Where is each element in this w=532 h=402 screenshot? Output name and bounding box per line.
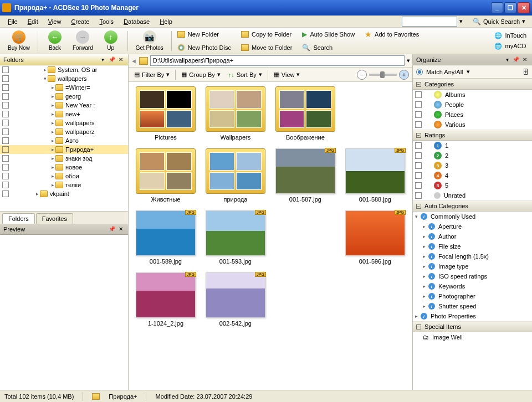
buynow-button[interactable]: 🛒Buy Now (3, 29, 34, 52)
db-icon[interactable]: 🗄 (523, 69, 529, 75)
panel-close-button[interactable]: ✕ (521, 56, 529, 64)
section-header[interactable]: −Ratings (413, 130, 532, 141)
checkbox[interactable] (2, 111, 9, 117)
checkbox[interactable] (2, 84, 9, 91)
tree-item[interactable]: ▸ знаки зод (0, 154, 128, 163)
checkbox[interactable] (2, 146, 9, 153)
auto-category-item[interactable]: ▸ i Image type (413, 261, 532, 271)
expander-icon[interactable]: ▸ (50, 111, 55, 117)
collapse-icon[interactable]: − (416, 204, 421, 209)
checkbox[interactable] (415, 182, 422, 189)
checkbox[interactable] (415, 172, 422, 179)
collapse-icon[interactable]: − (416, 324, 421, 329)
auto-category-item[interactable]: ▸ i Shutter speed (413, 301, 532, 311)
rating-item[interactable]: 5 5 (413, 181, 532, 190)
checkbox[interactable] (2, 93, 9, 100)
address-input[interactable]: D:\Utils\wallpapers\Природа+ (150, 55, 405, 66)
view-button[interactable]: ▦View▾ (272, 70, 303, 79)
menu-tools[interactable]: Tools (95, 17, 118, 26)
rating-item[interactable]: 3 3 (413, 161, 532, 171)
tree-item[interactable]: ▾ wallpapers (0, 74, 128, 83)
auto-category-item[interactable]: ▸ i Keywords (413, 281, 532, 291)
back-button[interactable]: ←Back (42, 29, 68, 52)
match-label[interactable]: Match Any/All (426, 69, 463, 75)
collapse-icon[interactable]: − (416, 82, 421, 87)
tree-item[interactable]: ▸ обои (0, 172, 128, 181)
checkbox[interactable] (2, 120, 9, 126)
thumbnail[interactable]: Животные (133, 148, 198, 203)
tree-item[interactable]: ▸ new+ (0, 110, 128, 118)
checkbox[interactable] (415, 121, 422, 128)
tab-folders[interactable]: Folders (2, 213, 35, 224)
auto-category-item[interactable]: ▸ i ISO speed ratings (413, 271, 532, 281)
thumbnail[interactable]: JPG 001-587.jpg (273, 148, 338, 203)
auto-category-item[interactable]: ▸ i Aperture (413, 221, 532, 231)
expander-icon[interactable]: ▸ (50, 120, 55, 126)
expander-icon[interactable]: ▸ (50, 173, 55, 179)
thumbnail[interactable]: JPG 001-588.jpg (342, 148, 408, 203)
category-item[interactable]: People (413, 100, 532, 110)
tree-item[interactable]: ▸ Природа+ (0, 145, 128, 154)
thumbnail[interactable]: JPG 002-542.jpg (203, 272, 268, 327)
dropdown-icon[interactable]: ▾ (407, 57, 410, 64)
menu-create[interactable]: Create (66, 17, 94, 26)
thumbnail[interactable]: Wallpapers (203, 86, 268, 141)
checkbox[interactable] (2, 66, 9, 73)
zoom-out-button[interactable]: − (357, 70, 367, 80)
folder-tree[interactable]: ▸ System, OS ar ▾ wallpapers ▸ =Winter= … (0, 65, 128, 212)
section-header[interactable]: −Auto Categories (413, 200, 532, 212)
thumbnail[interactable]: Воображение (273, 86, 338, 141)
expander-icon[interactable]: ▸ (42, 67, 48, 73)
thumbnail-area[interactable]: Pictures Wallpapers Воображение Животные… (129, 82, 412, 390)
expander-icon[interactable]: ▸ (50, 94, 55, 99)
expander-icon[interactable]: ▸ (50, 129, 55, 135)
expander-icon[interactable]: ▾ (42, 76, 48, 81)
tree-item[interactable]: ▸ wallpapers (0, 118, 128, 127)
auto-category-item[interactable]: ▸ i Focal length (1.5x) (413, 251, 532, 261)
maximize-button[interactable]: ❐ (504, 2, 516, 13)
category-item[interactable]: Places (413, 110, 532, 120)
checkbox[interactable] (2, 164, 9, 171)
checkbox[interactable] (415, 192, 422, 199)
filterby-button[interactable]: ▤Filter By▾ (132, 70, 172, 79)
checkbox[interactable] (2, 75, 9, 82)
thumbnail[interactable]: природа (203, 148, 268, 203)
checkbox[interactable] (2, 128, 9, 135)
panel-close-button[interactable]: ✕ (117, 56, 125, 64)
search-button[interactable]: 🔍Search (300, 42, 357, 54)
copytofolder-button[interactable]: Copy to Folder (239, 28, 294, 40)
tree-item[interactable]: ▸ Авто (0, 136, 128, 145)
expander-icon[interactable]: ▸ (50, 138, 55, 143)
zoom-in-button[interactable]: + (399, 70, 409, 80)
checkbox[interactable] (415, 101, 422, 108)
checkbox[interactable] (415, 152, 422, 159)
tab-favorites[interactable]: Favorites (36, 213, 73, 224)
forward-button[interactable]: →Forward (68, 29, 98, 52)
section-header[interactable]: −Special Items (413, 321, 532, 332)
expander-icon[interactable]: ▸ (50, 102, 55, 108)
expander-icon[interactable]: ▸ (34, 191, 40, 197)
menu-view[interactable]: View (44, 17, 66, 26)
category-item[interactable]: Various (413, 120, 532, 130)
rating-item[interactable]: 2 2 (413, 151, 532, 161)
groupby-button[interactable]: ▦Group By▾ (179, 70, 222, 79)
newphotodisc-button[interactable]: New Photo Disc (175, 42, 233, 54)
checkbox[interactable] (2, 102, 9, 109)
checkbox[interactable] (2, 173, 9, 179)
getphotos-button[interactable]: 📷Get Photos (131, 29, 168, 52)
menu-file[interactable]: File (3, 17, 22, 26)
checkbox[interactable] (415, 91, 422, 98)
panel-pin-button[interactable]: 📌 (512, 56, 520, 64)
tree-item[interactable]: ▸ новое (0, 163, 128, 172)
section-header[interactable]: −Categories (413, 79, 532, 90)
collapse-icon[interactable]: − (416, 133, 421, 138)
checkbox[interactable] (415, 111, 422, 118)
zoom-slider[interactable] (369, 74, 397, 76)
movetofolder-button[interactable]: Move to Folder (239, 42, 294, 54)
close-button[interactable]: ✕ (518, 2, 530, 13)
autoslideshow-button[interactable]: ▶Auto Slide Show (300, 28, 357, 40)
expander-icon[interactable]: ▸ (50, 182, 55, 188)
minimize-button[interactable]: _ (491, 2, 503, 13)
checkbox[interactable] (415, 162, 422, 169)
thumbnail[interactable]: JPG 001-589.jpg (133, 210, 198, 265)
